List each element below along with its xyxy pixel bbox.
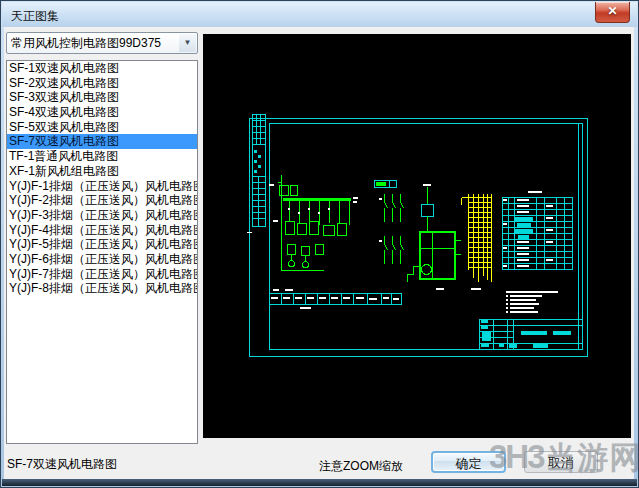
list-item[interactable]: XF-1新风机组电路图 — [7, 164, 197, 179]
category-dropdown-value: 常用风机控制电路图99D375 — [11, 33, 177, 53]
list-item[interactable]: SF-2双速风机电路图 — [7, 76, 197, 91]
list-item[interactable]: Y(J)F-4排烟（正压送风）风机电路图 — [7, 223, 197, 238]
starter-box-section — [408, 187, 461, 282]
list-item[interactable]: TF-1普通风机电路图 — [7, 149, 197, 164]
dialog-window: 天正图集 ✕ 常用风机控制电路图99D375 ▼ SF-1双速风机电路图 SF-… — [0, 0, 639, 488]
schedule-table-section — [503, 191, 573, 270]
category-dropdown[interactable]: 常用风机控制电路图99D375 ▼ — [6, 32, 198, 54]
legend-strip — [253, 115, 266, 227]
close-icon[interactable]: ✕ — [595, 2, 630, 23]
zoom-hint-label: 注意ZOOM缩放 — [319, 458, 403, 475]
control-contacts-section — [385, 194, 404, 264]
list-item[interactable]: Y(J)F-8排烟（正压送风）风机电路图 — [7, 281, 197, 296]
ok-button[interactable]: 确定 — [431, 451, 506, 473]
power-circuit-section — [278, 175, 352, 271]
list-item[interactable]: SF-5双速风机电路图 — [7, 120, 197, 135]
chevron-down-icon[interactable]: ▼ — [179, 34, 196, 52]
circuit-diagram-preview — [203, 34, 631, 438]
list-item[interactable]: SF-1双速风机电路图 — [7, 61, 197, 76]
list-item[interactable]: SF-4双速风机电路图 — [7, 105, 197, 120]
list-item[interactable]: Y(J)F-3排烟（正压送风）风机电路图 — [7, 208, 197, 223]
list-item[interactable]: Y(J)F-1排烟（正压送风）风机电路图 — [7, 179, 197, 194]
dialog-client-area: 常用风机控制电路图99D375 ▼ SF-1双速风机电路图 SF-2双速风机电路… — [4, 27, 634, 480]
cad-preview-canvas[interactable] — [203, 34, 631, 438]
title-block — [480, 320, 583, 350]
list-item[interactable]: Y(J)F-5排烟（正压送风）风机电路图 — [7, 237, 197, 252]
titlebar[interactable]: 天正图集 ✕ — [2, 2, 637, 27]
list-item[interactable]: SF-7双速风机电路图 — [7, 134, 197, 149]
selected-drawing-label: SF-7双速风机电路图 — [7, 456, 117, 473]
terminal-ladder-section — [462, 194, 492, 282]
notes-text-block — [436, 288, 558, 313]
cancel-button[interactable]: 取消 — [524, 451, 598, 473]
list-item[interactable]: Y(J)F-7排烟（正压送风）风机电路图 — [7, 267, 197, 282]
window-title: 天正图集 — [11, 8, 59, 25]
list-item[interactable]: Y(J)F-6排烟（正压送风）风机电路图 — [7, 252, 197, 267]
drawing-list[interactable]: SF-1双速风机电路图 SF-2双速风机电路图 SF-3双速风机电路图 SF-4… — [6, 60, 198, 444]
list-item[interactable]: Y(J)F-2排烟（正压送风）风机电路图 — [7, 193, 197, 208]
list-item[interactable]: SF-3双速风机电路图 — [7, 90, 197, 105]
terminal-strip-table — [270, 289, 402, 309]
drawing-label-box — [375, 181, 397, 188]
